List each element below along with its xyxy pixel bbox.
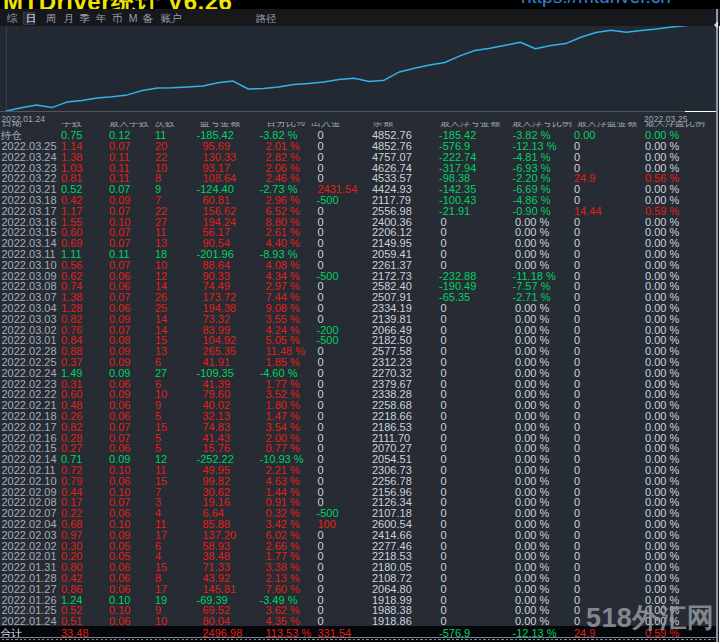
tab-5[interactable]: 年	[96, 13, 107, 24]
table-row[interactable]: 2022.02.100.790.061599.824.63 %02256.780…	[0, 476, 716, 487]
column-header-6[interactable]: 出入金	[311, 122, 341, 130]
table-cell: 0	[318, 584, 324, 595]
table-cell: 0	[441, 476, 447, 487]
table-row[interactable]: 2022.02.230.310.06641.391.77 %02379.6700…	[0, 379, 716, 390]
table-row[interactable]: 2022.03.220.810.118108.642.46 %04533.57-…	[0, 173, 716, 184]
column-header-8[interactable]: 最大浮亏金额	[440, 122, 500, 130]
table-row[interactable]: 2022.03.020.760.071483.994.24 %-2002066.…	[0, 325, 716, 336]
splitter-arrow-icon[interactable]	[714, 21, 718, 29]
table-cell: 0.07	[109, 260, 130, 271]
table-row[interactable]: 2022.02.070.220.0646.640.32 %-5002107.18…	[0, 508, 716, 519]
app-title: MTDriver统计 V6.26	[3, 0, 232, 9]
table-cell: 7.60 %	[266, 584, 300, 595]
tab-8[interactable]: 备	[143, 13, 154, 24]
table-row[interactable]: 2022.03.041.280.0625194.389.08 %02334.19…	[0, 303, 716, 314]
table-cell: 0.82	[61, 314, 82, 325]
table-cell: 15	[155, 476, 167, 487]
column-header-9[interactable]: 最大浮亏比例	[512, 122, 572, 130]
table-row[interactable]: 2022.02.250.370.09641.911.85 %02312.2300…	[0, 357, 716, 368]
table-row[interactable]: 2022.02.241.490.0927-109.35-4.60 %02270.…	[0, 368, 716, 379]
table-row[interactable]: 2022.02.090.440.10730.621.44 %02156.9600…	[0, 487, 716, 498]
table-cell: -4.81 %	[513, 152, 551, 163]
table-row[interactable]: 2022.03.161.550.1027194.248.80 %02400.36…	[0, 217, 716, 228]
table-row[interactable]: 2022.02.170.820.071574.833.54 %02186.530…	[0, 422, 716, 433]
column-header-2[interactable]: 最大手数	[109, 122, 149, 130]
table-cell: 0	[574, 530, 580, 541]
tab-4[interactable]: 季	[79, 13, 90, 24]
table-cell: 2556.98	[372, 206, 412, 217]
table-row[interactable]: 2022.03.030.820.091473.323.55 %02139.810…	[0, 314, 716, 325]
x-axis-end-label: 2022.03.25	[644, 114, 688, 124]
table-row[interactable]: 2022.02.280.880.0913265.3511.48 %02577.5…	[0, 346, 716, 357]
table-row[interactable]: 2022.03.241.380.1122130.332.82 %04757.07…	[0, 152, 716, 163]
table-row[interactable]: 2022.03.171.170.0722156.626.52 %02556.98…	[0, 206, 716, 217]
tab-3[interactable]: 月	[63, 13, 74, 24]
table-cell: 0	[318, 530, 324, 541]
table-row[interactable]: 2022.03.231.030.111093.172.06 %04626.74-…	[0, 163, 716, 174]
table-cell: 0	[574, 584, 580, 595]
column-header-4[interactable]: 盈亏金额	[200, 122, 240, 130]
table-row[interactable]: 2022.03.100.560.071088.644.08 %02261.370…	[0, 260, 716, 271]
table-row[interactable]: 2022.02.160.280.07541.432.00 %02111.7000…	[0, 433, 716, 444]
table-row[interactable]: 2022.03.010.840.0815104.925.05 %-5002182…	[0, 335, 716, 346]
table-cell: 0	[318, 206, 324, 217]
table-row[interactable]: 2022.03.180.420.09760.812.96 %-5002117.7…	[0, 195, 716, 206]
table-row[interactable]: 2022.02.150.270.06515.760.77 %02070.2700…	[0, 443, 716, 454]
tab-1[interactable]: 日	[26, 13, 37, 24]
table-cell: 22	[155, 152, 167, 163]
table-cell: 17	[155, 530, 167, 541]
tab-7[interactable]: M	[129, 13, 138, 24]
table-row[interactable]: 2022.03.150.600.071156.172.61 %02206.120…	[0, 227, 716, 238]
column-header-10[interactable]: 最大浮盈金额	[577, 122, 637, 130]
table-row[interactable]: 2022.03.090.620.061290.334.34 %-5002172.…	[0, 271, 716, 282]
table-cell: 0	[318, 422, 324, 433]
table-row[interactable]: 2022.02.140.710.0912-252.22-10.93 %02054…	[0, 454, 716, 465]
table-row[interactable]: 2022.02.220.600.091079.603.52 %02338.280…	[0, 389, 716, 400]
table-row[interactable]: 2022.02.180.260.06532.131.47 %02218.6600…	[0, 411, 716, 422]
table-row[interactable]: 2022.02.040.680.101185.883.42 %1002600.5…	[0, 519, 716, 530]
table-row[interactable]: 持仓0.750.1211-185.42-3.82 %04852.76-185.4…	[0, 130, 716, 141]
table-row[interactable]: 2022.02.210.480.06940.021.80 %02258.6800…	[0, 400, 716, 411]
table-cell: 0.00 %	[515, 314, 549, 325]
table-cell: 0	[441, 368, 447, 379]
table-row[interactable]: 2022.02.010.200.05438.481.77 %02218.5300…	[0, 551, 716, 562]
table-row[interactable]: 2022.01.310.800.061571.333.38 %02180.050…	[0, 562, 716, 573]
table-row[interactable]: 2022.03.210.520.079-124.40-2.73 %2431.54…	[0, 184, 716, 195]
table-row[interactable]: 2022.03.080.740.061474.492.97 %02582.40-…	[0, 281, 716, 292]
column-header-5[interactable]: 百分比%	[266, 122, 305, 130]
selection-dashed-outline	[2, 639, 714, 640]
equity-chart	[0, 26, 720, 112]
tab-6[interactable]: 币	[112, 13, 123, 24]
app-url-link[interactable]: https://mtdriver.cn	[521, 0, 671, 8]
table-row[interactable]: 2022.03.071.380.0726173.727.44 %02507.91…	[0, 292, 716, 303]
table-row[interactable]: 2022.03.140.690.071390.544.40 %02149.950…	[0, 238, 716, 249]
table-cell: 0.00 %	[645, 584, 679, 595]
table-cell: 0.06	[109, 616, 130, 627]
table-row[interactable]: 2022.01.280.420.06843.922.13 %02108.7200…	[0, 573, 716, 584]
table-row[interactable]: 2022.02.030.970.0917137.206.02 %02414.66…	[0, 530, 716, 541]
window-right-border-inner	[718, 9, 719, 642]
table-cell: 0	[574, 422, 580, 433]
table-cell: 0	[441, 260, 447, 271]
table-row[interactable]: 2022.01.270.860.0617145.817.60 %02064.80…	[0, 584, 716, 595]
table-row[interactable]: 2022.02.020.300.05658.932.66 %02277.4600…	[0, 541, 716, 552]
tab-0[interactable]: 综	[7, 13, 18, 24]
table-row[interactable]: 2022.02.110.720.101149.952.21 %02306.730…	[0, 465, 716, 476]
table-cell: 0.97	[61, 530, 82, 541]
column-header-7[interactable]: 余额	[373, 122, 393, 130]
table-row[interactable]: 2022.02.080.170.07319.160.91 %02126.3400…	[0, 497, 716, 508]
column-header-1[interactable]: 手数	[62, 122, 82, 130]
table-cell: 2064.80	[372, 584, 412, 595]
tab-9[interactable]: 账户	[160, 13, 181, 24]
column-header-3[interactable]: 次数	[155, 122, 175, 130]
table-row[interactable]: 2022.03.111.110.1118-201.96-8.93 %02059.…	[0, 249, 716, 260]
table-cell: 0.09	[109, 314, 130, 325]
table-cell: 0	[574, 368, 580, 379]
tab-path[interactable]: 路径	[255, 13, 276, 24]
tab-2[interactable]: 周	[46, 13, 57, 24]
table-cell: 0.11	[109, 152, 130, 163]
table-row[interactable]: 2022.03.251.140.072095.692.01 %04852.76-…	[0, 141, 716, 152]
table-cell: 0	[441, 584, 447, 595]
table-cell: 0.00 %	[515, 476, 549, 487]
table-cell: 4.35 %	[266, 616, 300, 627]
